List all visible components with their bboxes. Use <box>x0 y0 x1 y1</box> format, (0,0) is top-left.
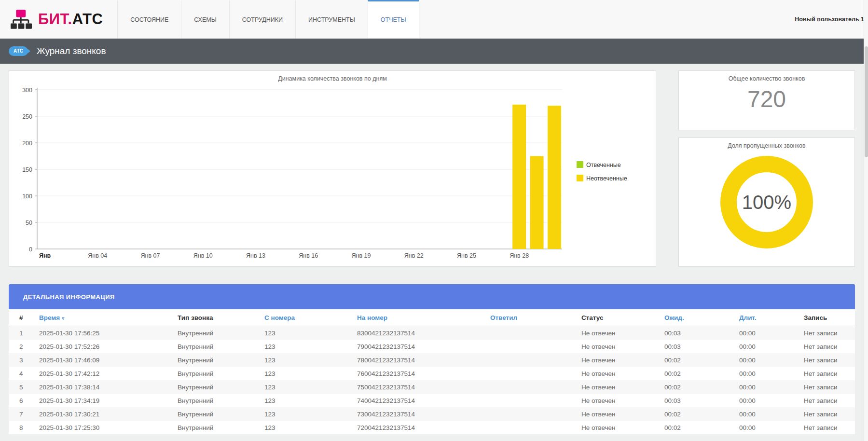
table-cell: 7800421232137514 <box>353 353 486 367</box>
table-cell: 8 <box>9 421 35 434</box>
col-header-na-nomer[interactable]: На номер <box>353 309 486 326</box>
table-cell: 2025-01-30 17:46:09 <box>35 353 174 367</box>
table-cell: 00:00 <box>735 367 800 380</box>
table-row[interactable]: 42025-01-30 17:42:12Внутренний1237600421… <box>9 367 855 380</box>
table-cell: 5 <box>9 380 35 394</box>
table-cell: Не отвечен <box>578 421 661 434</box>
table-row[interactable]: 22025-01-30 17:52:26Внутренний1237900421… <box>9 340 855 353</box>
calls-table: #Время▿Тип звонкаС номераНа номерОтветил… <box>9 309 855 434</box>
table-cell: 123 <box>261 380 353 394</box>
table-cell: Нет записи <box>800 340 855 353</box>
svg-text:Янв 16: Янв 16 <box>299 252 318 259</box>
table-cell: 7200421232137514 <box>353 421 486 434</box>
table-cell: 00:00 <box>735 340 800 353</box>
col-header-s-nomera[interactable]: С номера <box>261 309 353 326</box>
table-row[interactable]: 52025-01-30 17:38:14Внутренний1237500421… <box>9 380 855 394</box>
table-cell: 00:02 <box>661 407 735 421</box>
brand[interactable]: БИТ.АТС <box>0 0 117 38</box>
svg-text:300: 300 <box>22 87 32 94</box>
table-cell: Не отвечен <box>578 407 661 421</box>
col-header-status: Статус <box>578 309 661 326</box>
table-cell <box>486 380 578 394</box>
table-row[interactable]: 12025-01-30 17:56:25Внутренний1238300421… <box>9 326 855 340</box>
table-cell <box>486 353 578 367</box>
svg-text:Янв 04: Янв 04 <box>88 252 107 259</box>
missed-calls-title: Доля пропущенных звонков <box>679 138 854 149</box>
table-cell <box>486 340 578 353</box>
col-header-dlit[interactable]: Длит. <box>735 309 800 326</box>
col-header-ozhid[interactable]: Ожид. <box>661 309 735 326</box>
svg-text:150: 150 <box>22 166 32 173</box>
svg-text:Янв 13: Янв 13 <box>246 252 265 259</box>
table-cell: Внутренний <box>174 407 261 421</box>
table-cell: 123 <box>261 326 353 340</box>
table-cell: 7500421232137514 <box>353 380 486 394</box>
total-calls-card: Общее количество звонков 720 <box>678 70 855 130</box>
table-cell: 00:00 <box>735 394 800 407</box>
table-cell: Нет записи <box>800 394 855 407</box>
table-cell: 123 <box>261 340 353 353</box>
table-cell: 2025-01-30 17:52:26 <box>35 340 174 353</box>
table-cell: 2025-01-30 17:38:14 <box>35 380 174 394</box>
missed-percent-label: 100% <box>742 192 791 213</box>
svg-text:50: 50 <box>26 220 32 226</box>
missed-donut: 100% <box>720 156 813 248</box>
table-row[interactable]: 72025-01-30 17:30:21Внутренний1237300421… <box>9 407 855 421</box>
table-cell: Внутренний <box>174 340 261 353</box>
atc-badge: АТС <box>9 46 28 56</box>
table-cell: Не отвечен <box>578 380 661 394</box>
table-cell <box>486 394 578 407</box>
table-cell: 123 <box>261 394 353 407</box>
detail-section-title: ДЕТАЛЬНАЯ ИНФОРМАЦИЯ <box>9 284 855 309</box>
table-cell: 00:00 <box>735 407 800 421</box>
total-calls-value: 720 <box>679 86 854 112</box>
col-header-otvetil[interactable]: Ответил <box>486 309 578 326</box>
calls-chart-card: Динамика количества звонков по дням 0501… <box>9 70 656 267</box>
table-cell: 3 <box>9 353 35 367</box>
brand-name: БИТ.АТС <box>38 11 103 28</box>
table-cell: Нет записи <box>800 407 855 421</box>
table-cell: Нет записи <box>800 326 855 340</box>
svg-text:Янв 28: Янв 28 <box>510 252 529 259</box>
total-calls-title: Общее количество звонков <box>679 71 854 82</box>
col-header-vremya[interactable]: Время▿ <box>35 309 174 326</box>
table-cell: Внутренний <box>174 326 261 340</box>
table-cell: 00:02 <box>661 353 735 367</box>
table-cell: Нет записи <box>800 367 855 380</box>
table-cell: 123 <box>261 353 353 367</box>
col-header-zapis: Запись <box>800 309 855 326</box>
table-row[interactable]: 32025-01-30 17:46:09Внутренний1237800421… <box>9 353 855 367</box>
svg-text:Янв 19: Янв 19 <box>351 252 371 259</box>
table-cell: 00:03 <box>661 394 735 407</box>
table-cell <box>486 367 578 380</box>
nav-tab-instrumenty[interactable]: ИНСТРУМЕНТЫ <box>295 0 368 38</box>
table-cell: 6 <box>9 394 35 407</box>
nav-tab-shemy[interactable]: СХЕМЫ <box>181 0 229 38</box>
table-cell: 00:00 <box>735 380 800 394</box>
nav-tab-sostoyanie[interactable]: СОСТОЯНИЕ <box>117 0 181 38</box>
table-cell: 7600421232137514 <box>353 367 486 380</box>
table-cell: 2 <box>9 340 35 353</box>
table-row[interactable]: 62025-01-30 17:34:19Внутренний1237400421… <box>9 394 855 407</box>
page-header: АТС Журнал звонков <box>0 39 868 64</box>
table-cell: 00:02 <box>661 421 735 434</box>
user-menu[interactable]: Новый пользователь 1 <box>795 0 868 38</box>
table-cell: Не отвечен <box>578 367 661 380</box>
table-cell: 2025-01-30 17:34:19 <box>35 394 174 407</box>
table-cell <box>486 326 578 340</box>
table-cell: Внутренний <box>174 380 261 394</box>
table-cell: 2025-01-30 17:42:12 <box>35 367 174 380</box>
col-header-tip-zvonka: Тип звонка <box>174 309 261 326</box>
main-nav: СОСТОЯНИЕСХЕМЫСОТРУДНИКИИНСТРУМЕНТЫОТЧЕТ… <box>117 0 419 38</box>
page-scrollbar[interactable] <box>864 0 868 441</box>
table-cell: 4 <box>9 367 35 380</box>
missed-calls-card: Доля пропущенных звонков 100% <box>678 138 855 267</box>
table-cell: Не отвечен <box>578 394 661 407</box>
scrollbar-thumb[interactable] <box>865 46 868 157</box>
table-cell: 123 <box>261 367 353 380</box>
table-row[interactable]: 82025-01-30 17:25:30Внутренний1237200421… <box>9 421 855 434</box>
table-cell: 00:00 <box>735 353 800 367</box>
nav-tab-otchety[interactable]: ОТЧЕТЫ <box>368 0 419 38</box>
nav-tab-sotrudniki[interactable]: СОТРУДНИКИ <box>229 0 295 38</box>
table-cell: 2025-01-30 17:56:25 <box>35 326 174 340</box>
